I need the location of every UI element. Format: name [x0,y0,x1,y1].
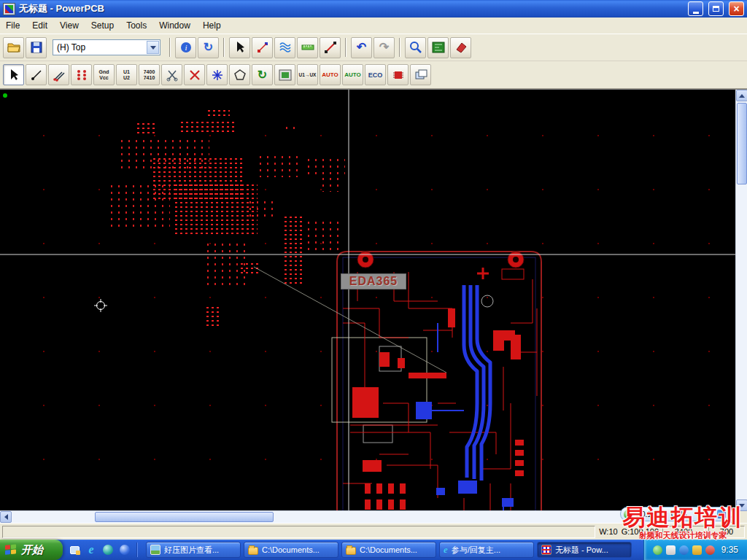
tray-icon-antivirus[interactable] [653,545,662,555]
vertical-scrollbar[interactable] [735,90,747,511]
minimize-button[interactable] [688,1,703,16]
ruler-icon [301,40,315,55]
maximize-button[interactable] [708,1,724,16]
undo-button[interactable]: ↶ [351,37,372,58]
layers-button[interactable] [410,64,431,85]
media-player-icon[interactable] [118,543,131,556]
task-powerpcb[interactable]: 无标题 - Pow... [537,542,632,558]
route-design-button[interactable] [252,37,273,58]
close-button[interactable]: × [729,1,744,16]
scroll-left-button[interactable] [0,511,12,523]
route-tool-button[interactable] [26,64,47,85]
task-browser-thread[interactable]: e 参与/回复主... [439,542,534,558]
eda365-watermark: EDA365 [341,273,406,289]
taskbar-clock[interactable]: 9:35 [721,545,738,555]
tray-icon-network[interactable] [679,545,689,555]
status-bar: W:10 G:100 100 3400 700 [0,523,747,540]
net-speed-widget[interactable]: ↓ 0.1K/S ↑ 0K/S [620,507,729,521]
gate-swap-tool-button[interactable]: 74007410 [139,64,160,85]
info-button[interactable]: i [175,37,196,58]
menu-tools[interactable]: Tools [126,20,147,31]
redo-button[interactable]: ↷ [374,37,395,58]
polygon-tool-button[interactable] [229,64,250,85]
cut-trace-tool-button[interactable] [161,64,182,85]
zoom-button[interactable] [405,37,426,58]
redraw-button[interactable]: ↻ [198,37,219,58]
menu-help[interactable]: Help [203,20,221,31]
eco-button[interactable]: ECO [365,64,386,85]
task-image-viewer[interactable]: 好压图片查看... [146,542,241,558]
route-icon [256,41,269,54]
autoplace-label: AUTO [344,72,361,78]
gnd-vcc-tool-button[interactable]: GndVcc [93,64,115,85]
selection-tool-button[interactable] [3,64,24,85]
autoroute-button[interactable]: AUTO [320,64,341,85]
floppy-icon [29,40,44,55]
rotate-icon: ↻ [258,69,267,81]
start-label: 开始 [21,543,43,557]
polygon-icon [233,69,247,82]
ie-icon: e [444,544,448,556]
vcc-label: Vcc [99,75,109,81]
menu-view[interactable]: View [60,20,79,31]
net-view-button[interactable] [274,37,295,58]
combo-dropdown-button[interactable] [147,41,159,54]
save-button[interactable] [26,37,47,58]
browser-icon[interactable] [101,543,115,556]
via-tool-button[interactable] [71,64,92,85]
window-title: 无标题 - PowerPCB [19,2,683,15]
layer-selector-value: (H) Top [57,42,85,52]
delete-trace-tool-button[interactable] [184,64,205,85]
highlight-net-tool-button[interactable] [206,64,228,85]
net-widget-panel-icon[interactable] [717,510,726,518]
layer-selector[interactable]: (H) Top [53,39,160,55]
autoplace-button[interactable]: AUTO [342,64,363,85]
tray-icon-app[interactable] [666,545,676,555]
standard-toolbar: (H) Top i ↻ ↶ ↷ [0,34,747,61]
redo-icon: ↷ [379,42,389,53]
task-documents-1[interactable]: C:\Documents... [244,542,338,558]
eco-label: ECO [368,72,383,78]
net-speed-icon [624,510,633,519]
upload-arrow-icon: ↑ [665,510,669,518]
delete-tool-button[interactable] [450,37,471,58]
add-line-button[interactable] [320,37,341,58]
renumber-tool-button[interactable]: U1→UX [297,64,318,85]
pcb-canvas[interactable]: EDA365 [0,90,735,511]
dynamic-route-tool-button[interactable] [48,64,69,85]
toolbar-separator [399,38,400,57]
quick-launch: e [63,542,144,557]
task-label: 参与/回复主... [452,545,500,556]
task-documents-2[interactable]: C:\Documents... [341,542,436,558]
menu-file[interactable]: File [6,20,20,31]
toolbar-separator [223,38,225,57]
component-swap-tool-button[interactable]: U1U2 [116,64,137,85]
vertical-scroll-thumb[interactable] [737,103,747,184]
target-marker-icon [94,299,107,312]
open-file-button[interactable] [3,37,24,58]
pad-cluster [247,199,276,217]
scroll-up-button[interactable] [736,90,747,101]
start-button[interactable]: 开始 [0,540,63,560]
board-view-button[interactable] [427,37,449,58]
app-icon [3,3,15,15]
rotate-tool-button[interactable]: ↻ [252,64,273,85]
select-mode-button[interactable] [229,37,250,58]
measure-button[interactable] [297,37,318,58]
pad-cluster [239,262,260,276]
scroll-down-button[interactable] [736,499,747,511]
ie-icon[interactable]: e [85,543,98,556]
tray-icon-monitor[interactable] [705,545,715,555]
board-frame-icon [278,68,293,82]
menu-setup[interactable]: Setup [91,20,114,31]
menu-window[interactable]: Window [159,20,190,31]
eraser-icon [454,40,468,55]
chevron-down-icon [150,46,156,50]
component-tool-button[interactable] [387,64,409,85]
show-desktop-icon[interactable] [68,543,81,556]
horizontal-scroll-thumb[interactable] [95,512,274,522]
chip-icon [392,69,405,82]
menu-edit[interactable]: Edit [32,20,47,31]
board-outline-tool-button[interactable] [274,64,295,85]
tray-icon-update[interactable] [692,545,702,555]
